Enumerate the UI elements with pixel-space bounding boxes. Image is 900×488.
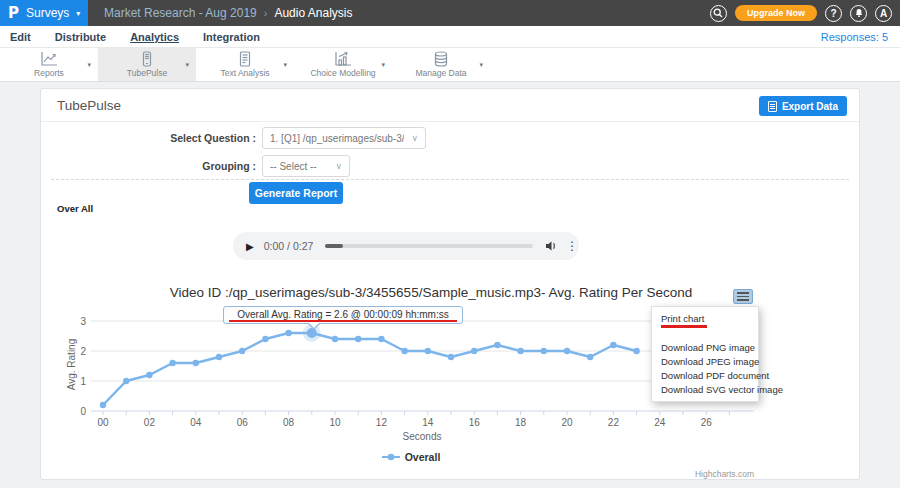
x-tick-label: 02 [144,417,156,428]
top-header-bar: P Surveys ▾ Market Research - Aug 2019 ›… [0,0,900,26]
grouping-value: -- Select -- [270,161,328,172]
y-tick-label: 3 [80,316,86,327]
data-point[interactable] [494,342,500,348]
menu-item-download-jpeg[interactable]: Download JPEG image [652,354,758,368]
toolbar-item-label: Text Analysis [220,68,269,78]
menu-item-download-pdf[interactable]: Download PDF document [652,368,758,382]
play-button[interactable]: ▶ [246,241,254,252]
data-point[interactable] [425,348,431,354]
data-point[interactable] [541,348,547,354]
x-tick-label: 12 [376,417,388,428]
data-point[interactable] [448,354,454,360]
data-point[interactable] [564,348,570,354]
toolbar-item-text-analysis[interactable]: Text Analysis ▾ [196,48,294,81]
data-point[interactable] [169,360,175,366]
x-axis-title: Seconds [61,431,783,442]
document-text-icon [237,51,253,67]
chevron-down-icon[interactable]: ▾ [479,61,483,69]
select-question-value: 1. [Q1] /qp_userimages/sub-3/3455655/S..… [270,133,404,144]
nav-item-edit[interactable]: Edit [10,31,31,43]
chart-export-menu: Print chart Download PNG image Download … [651,306,759,402]
y-tick-label: 0 [80,406,86,417]
highcharts-credit[interactable]: Highcharts.com [695,469,754,479]
data-point[interactable] [216,354,222,360]
chart-legend[interactable]: Overall [61,451,761,463]
chevron-down-icon[interactable]: ▾ [283,61,287,69]
data-point[interactable] [355,336,361,342]
menu-item-print-chart[interactable]: Print chart [652,311,758,328]
generate-report-button[interactable]: Generate Report [249,182,343,204]
toolbar-item-label: Choice Modelling [310,68,375,78]
data-point[interactable] [193,360,199,366]
grouping-label: Grouping : [41,160,256,172]
data-point[interactable] [146,372,152,378]
select-question-dropdown[interactable]: 1. [Q1] /qp_userimages/sub-3/3455655/S..… [262,127,426,149]
nav-item-integration[interactable]: Integration [203,31,260,43]
grouping-dropdown[interactable]: -- Select -- ∨ [262,155,350,177]
chart-context-menu-button[interactable] [733,289,753,304]
chevron-down-icon[interactable]: ▾ [185,61,189,69]
data-point[interactable] [471,348,477,354]
y-tick-label: 1 [80,376,86,387]
upgrade-now-button[interactable]: Upgrade Now [735,5,817,21]
data-point[interactable] [633,348,639,354]
toolbar-item-tubepulse[interactable]: TubePulse ▾ [98,48,196,81]
export-data-label: Export Data [782,101,838,112]
data-point[interactable] [587,354,593,360]
chevron-down-icon: ▾ [76,9,80,18]
nav-item-analytics[interactable]: Analytics [130,31,179,43]
line-chart-icon [40,51,58,67]
player-progress [325,244,343,248]
volume-icon[interactable] [545,240,558,252]
chart-tooltip-text: Overall Avg. Rating = 2.6 @ 00:00:09 hh:… [237,309,448,320]
menu-item-download-png[interactable]: Download PNG image [652,340,758,354]
toolbar-item-choice-modelling[interactable]: Choice Modelling ▾ [294,48,392,81]
data-point[interactable] [239,348,245,354]
breadcrumb-separator-icon: › [264,7,268,19]
responses-count[interactable]: Responses: 5 [821,31,888,43]
data-point[interactable] [262,336,268,342]
menu-item-download-svg[interactable]: Download SVG vector image [652,382,758,396]
x-tick-label: 08 [283,417,295,428]
data-point[interactable] [285,330,291,336]
breadcrumb: Market Research - Aug 2019 › Audio Analy… [88,0,352,26]
data-point[interactable] [100,402,106,408]
player-seek-bar[interactable] [325,244,533,248]
chevron-down-icon[interactable]: ▾ [381,61,385,69]
toolbar-item-reports[interactable]: Reports ▾ [0,48,98,81]
avatar[interactable]: A [875,5,892,22]
notifications-bell-icon[interactable] [850,5,867,22]
player-menu-kebab-icon[interactable]: ⋮ [566,239,578,253]
tubepulse-panel: TubePulse Export Data Select Question : … [40,88,860,480]
export-data-button[interactable]: Export Data [759,96,847,116]
app-root: P Surveys ▾ Market Research - Aug 2019 ›… [0,0,900,488]
data-point[interactable] [123,378,129,384]
x-tick-label: 04 [190,417,202,428]
data-point[interactable] [332,336,338,342]
tube-device-icon [139,51,155,67]
red-annotation-underline [661,325,707,328]
x-tick-label: 18 [515,417,527,428]
data-point[interactable] [378,336,384,342]
x-tick-label: 22 [608,417,620,428]
analytics-toolbar: Reports ▾ TubePulse ▾ Text Analysis ▾ [0,48,900,82]
data-point[interactable] [610,342,616,348]
help-icon[interactable]: ? [825,5,842,22]
x-tick-label: 16 [469,417,481,428]
database-icon [433,51,449,67]
toolbar-item-manage-data[interactable]: Manage Data ▾ [392,48,490,81]
chevron-down-icon: ∨ [411,133,418,143]
breadcrumb-survey-name[interactable]: Market Research - Aug 2019 [104,6,257,20]
x-tick-label: 20 [561,417,573,428]
chart-tooltip: Overall Avg. Rating = 2.6 @ 00:00:09 hh:… [223,306,463,324]
nav-item-distribute[interactable]: Distribute [55,31,106,43]
search-icon[interactable] [710,5,727,22]
y-axis-title: Avg. Rating [66,335,77,395]
data-point[interactable] [401,348,407,354]
data-point[interactable] [517,348,523,354]
legend-marker-icon [382,453,400,461]
chevron-down-icon[interactable]: ▾ [87,61,91,69]
x-tick-label: 24 [654,417,666,428]
red-annotation-underline [229,320,457,323]
surveys-product-menu[interactable]: P Surveys ▾ [0,0,88,26]
